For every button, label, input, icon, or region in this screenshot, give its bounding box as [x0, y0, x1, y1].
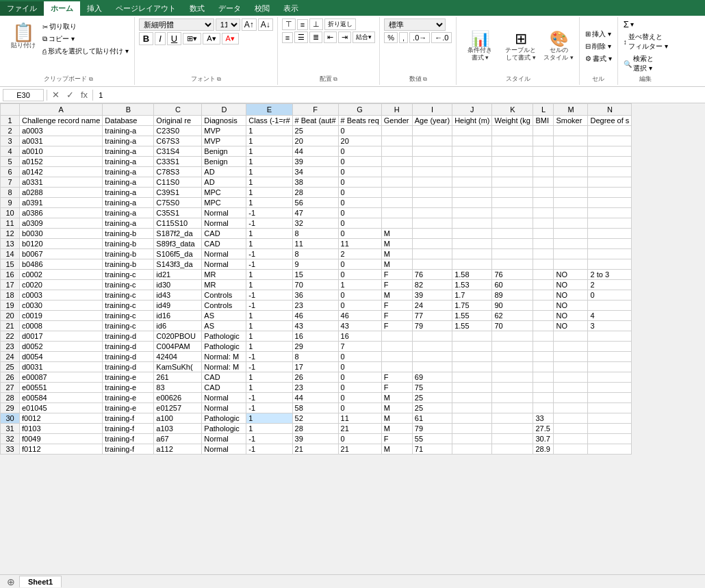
cell[interactable]: MR: [202, 280, 246, 290]
cell[interactable]: e01045: [20, 403, 103, 413]
cell[interactable]: [588, 413, 632, 424]
cut-button[interactable]: ✂切り取り: [41, 21, 130, 32]
cell[interactable]: id30: [154, 280, 202, 290]
cell[interactable]: [412, 239, 452, 249]
cell[interactable]: [588, 188, 632, 198]
cell[interactable]: a0152: [20, 157, 103, 167]
cell[interactable]: [492, 198, 533, 208]
thousands-button[interactable]: ,: [399, 32, 408, 43]
cell[interactable]: Database: [103, 116, 154, 126]
cell[interactable]: training-a: [103, 188, 154, 198]
cell[interactable]: S187f2_da: [154, 229, 202, 239]
cell[interactable]: training-d: [103, 362, 154, 372]
cell[interactable]: 0: [338, 188, 381, 198]
tab-view[interactable]: 表示: [277, 1, 305, 16]
insert-button[interactable]: ⊞挿入 ▾: [584, 29, 613, 40]
cell[interactable]: [492, 239, 533, 249]
cell[interactable]: 1: [246, 146, 292, 157]
cell[interactable]: training-a: [103, 208, 154, 218]
align-center-button[interactable]: ☰: [294, 31, 308, 43]
cell[interactable]: Normal: M: [202, 362, 246, 372]
cell[interactable]: [588, 157, 632, 167]
cell[interactable]: [381, 177, 412, 188]
cell[interactable]: [533, 208, 554, 218]
cell[interactable]: [452, 372, 492, 383]
cell[interactable]: 3: [588, 321, 632, 331]
cell[interactable]: Original re: [154, 116, 202, 126]
cell[interactable]: [492, 157, 533, 167]
cell[interactable]: [492, 177, 533, 188]
cell[interactable]: Weight (kg: [492, 116, 533, 126]
cell[interactable]: 0: [338, 218, 381, 229]
sort-filter-button[interactable]: ↕並べ替えとフィルター ▾: [622, 31, 669, 52]
cell[interactable]: [452, 167, 492, 177]
cell[interactable]: [588, 342, 632, 352]
cell[interactable]: training-f: [103, 413, 154, 424]
delete-button[interactable]: ⊟削除 ▾: [584, 41, 613, 52]
cell[interactable]: [412, 218, 452, 229]
cell[interactable]: 89: [492, 290, 533, 301]
cell[interactable]: [533, 157, 554, 167]
cell[interactable]: 1: [246, 167, 292, 177]
cell[interactable]: training-a: [103, 146, 154, 157]
cell[interactable]: [492, 249, 533, 259]
tab-file[interactable]: ファイル: [0, 1, 44, 16]
cell[interactable]: 1: [246, 229, 292, 239]
cell[interactable]: f0103: [20, 424, 103, 434]
cell[interactable]: 60: [492, 280, 533, 290]
cell[interactable]: 34: [292, 167, 338, 177]
cell[interactable]: [492, 167, 533, 177]
align-left-button[interactable]: ≡: [282, 32, 293, 43]
cell[interactable]: [533, 301, 554, 311]
cell[interactable]: Normal: [202, 434, 246, 444]
cell[interactable]: 1: [246, 424, 292, 434]
cell[interactable]: 17: [292, 362, 338, 372]
cell[interactable]: 7: [338, 342, 381, 352]
copy-button[interactable]: ⧉コピー ▾: [41, 34, 130, 44]
cell[interactable]: 0: [338, 301, 381, 311]
cell[interactable]: 30.7: [533, 434, 554, 444]
cell[interactable]: [588, 249, 632, 259]
cell[interactable]: [588, 198, 632, 208]
cell[interactable]: M: [381, 424, 412, 434]
cell[interactable]: [412, 146, 452, 157]
cell[interactable]: C020PBOU: [154, 331, 202, 342]
cell[interactable]: [452, 136, 492, 146]
col-header-j[interactable]: J: [452, 104, 492, 116]
cell[interactable]: [412, 167, 452, 177]
cell[interactable]: [533, 311, 554, 321]
cell[interactable]: C31S4: [154, 146, 202, 157]
italic-button[interactable]: I: [155, 32, 166, 45]
cell[interactable]: a0309: [20, 218, 103, 229]
cell[interactable]: Normal: [202, 259, 246, 270]
cell[interactable]: [588, 167, 632, 177]
cell[interactable]: [588, 146, 632, 157]
cell[interactable]: [554, 331, 588, 342]
increase-font-button[interactable]: A↑: [242, 18, 257, 31]
cell[interactable]: [554, 146, 588, 157]
cell[interactable]: F: [381, 321, 412, 331]
cell[interactable]: 21: [338, 444, 381, 455]
cell[interactable]: C115S10: [154, 218, 202, 229]
cell[interactable]: S89f3_data: [154, 239, 202, 249]
cell[interactable]: M: [381, 229, 412, 239]
cell[interactable]: AS: [202, 311, 246, 321]
cell[interactable]: [533, 321, 554, 331]
cell[interactable]: [554, 434, 588, 444]
cell[interactable]: 11: [338, 239, 381, 249]
col-header-i[interactable]: I: [412, 104, 452, 116]
cell[interactable]: [492, 383, 533, 393]
cell[interactable]: 0: [338, 259, 381, 270]
cell[interactable]: [412, 208, 452, 218]
row-header[interactable]: 30: [1, 413, 20, 424]
cell[interactable]: 4: [588, 311, 632, 321]
row-header[interactable]: 9: [1, 198, 20, 208]
cell[interactable]: Benign: [202, 157, 246, 167]
cell[interactable]: -1: [246, 290, 292, 301]
cell[interactable]: 0: [338, 352, 381, 362]
tab-review[interactable]: 校閲: [248, 1, 277, 16]
cell[interactable]: training-e: [103, 403, 154, 413]
cell[interactable]: e01257: [154, 403, 202, 413]
cell[interactable]: 25: [412, 403, 452, 413]
cell[interactable]: M: [381, 249, 412, 259]
